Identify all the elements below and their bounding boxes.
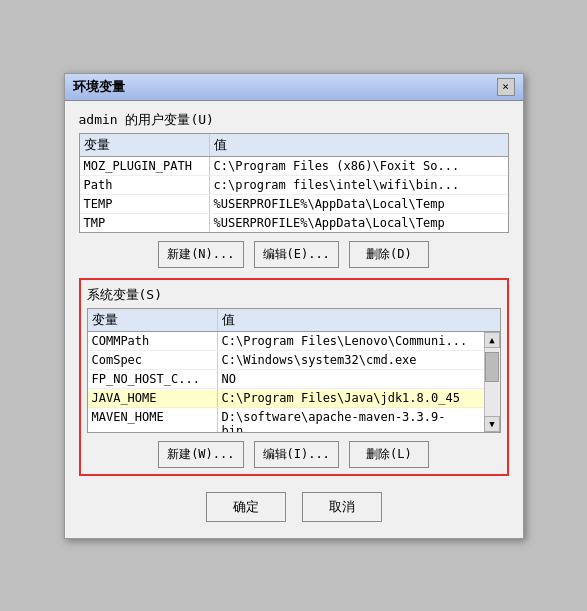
- user-table-body: MOZ_PLUGIN_PATH C:\Program Files (x86)\F…: [80, 157, 508, 232]
- row-var: FP_NO_HOST_C...: [88, 370, 218, 388]
- row-val: C:\Program Files\Lenovo\Communi...: [218, 332, 484, 350]
- table-row[interactable]: JAVA_HOME C:\Program Files\Java\jdk1.8.0…: [88, 389, 484, 408]
- user-edit-button[interactable]: 编辑(E)...: [254, 241, 339, 268]
- system-variables-table: 变量 值 COMMPath C:\Program Files\Lenovo\Co…: [87, 308, 501, 433]
- row-val: c:\program files\intel\wifi\bin...: [210, 176, 508, 194]
- table-row[interactable]: MOZ_PLUGIN_PATH C:\Program Files (x86)\F…: [80, 157, 508, 176]
- user-buttons-row: 新建(N)... 编辑(E)... 删除(D): [79, 241, 509, 268]
- dialog-title: 环境变量: [73, 78, 125, 96]
- row-var: ComSpec: [88, 351, 218, 369]
- footer-buttons-row: 确定 取消: [79, 484, 509, 528]
- ok-button[interactable]: 确定: [206, 492, 286, 522]
- table-row[interactable]: Path c:\program files\intel\wifi\bin...: [80, 176, 508, 195]
- environment-variables-dialog: 环境变量 × admin 的用户变量(U) 变量 值 MOZ_PLUGIN_PA…: [64, 73, 524, 539]
- table-row[interactable]: TMP %USERPROFILE%\AppData\Local\Temp: [80, 214, 508, 232]
- row-val: C:\Program Files (x86)\Foxit So...: [210, 157, 508, 175]
- system-table-body: COMMPath C:\Program Files\Lenovo\Communi…: [88, 332, 500, 432]
- system-new-button[interactable]: 新建(W)...: [158, 441, 243, 468]
- row-val: C:\Windows\system32\cmd.exe: [218, 351, 484, 369]
- system-section: 系统变量(S) 变量 值 COMMPath C:\Program Files\L…: [79, 278, 509, 476]
- table-row[interactable]: ComSpec C:\Windows\system32\cmd.exe: [88, 351, 484, 370]
- cancel-button[interactable]: 取消: [302, 492, 382, 522]
- user-variables-table: 变量 值 MOZ_PLUGIN_PATH C:\Program Files (x…: [79, 133, 509, 233]
- row-var: MAVEN_HOME: [88, 408, 218, 432]
- row-var: TEMP: [80, 195, 210, 213]
- system-table-inner: COMMPath C:\Program Files\Lenovo\Communi…: [88, 332, 484, 432]
- system-header-val: 值: [218, 309, 500, 331]
- table-row[interactable]: MAVEN_HOME D:\software\apache-maven-3.3.…: [88, 408, 484, 432]
- row-var: Path: [80, 176, 210, 194]
- close-button[interactable]: ×: [497, 78, 515, 96]
- table-row[interactable]: FP_NO_HOST_C... NO: [88, 370, 484, 389]
- dialog-body: admin 的用户变量(U) 变量 值 MOZ_PLUGIN_PATH C:\P…: [65, 101, 523, 538]
- user-new-button[interactable]: 新建(N)...: [158, 241, 243, 268]
- row-val: D:\software\apache-maven-3.3.9-bin...: [218, 408, 484, 432]
- row-val: NO: [218, 370, 484, 388]
- row-val: %USERPROFILE%\AppData\Local\Temp: [210, 214, 508, 232]
- scrollbar[interactable]: ▲ ▼: [484, 332, 500, 432]
- row-var: JAVA_HOME: [88, 389, 218, 407]
- table-row[interactable]: TEMP %USERPROFILE%\AppData\Local\Temp: [80, 195, 508, 214]
- scroll-track[interactable]: [485, 348, 499, 416]
- scroll-down-button[interactable]: ▼: [484, 416, 500, 432]
- system-section-label: 系统变量(S): [87, 286, 501, 304]
- title-bar: 环境变量 ×: [65, 74, 523, 101]
- system-delete-button[interactable]: 删除(L): [349, 441, 429, 468]
- system-header-var: 变量: [88, 309, 218, 331]
- user-section-label: admin 的用户变量(U): [79, 111, 509, 129]
- system-edit-button[interactable]: 编辑(I)...: [254, 441, 339, 468]
- row-val: %USERPROFILE%\AppData\Local\Temp: [210, 195, 508, 213]
- scroll-up-button[interactable]: ▲: [484, 332, 500, 348]
- system-buttons-row: 新建(W)... 编辑(I)... 删除(L): [87, 441, 501, 468]
- user-header-var: 变量: [80, 134, 210, 156]
- user-table-header: 变量 值: [80, 134, 508, 157]
- row-var: COMMPath: [88, 332, 218, 350]
- system-table-header: 变量 值: [88, 309, 500, 332]
- scroll-thumb[interactable]: [485, 352, 499, 382]
- user-delete-button[interactable]: 删除(D): [349, 241, 429, 268]
- row-var: MOZ_PLUGIN_PATH: [80, 157, 210, 175]
- row-val: C:\Program Files\Java\jdk1.8.0_45: [218, 389, 484, 407]
- user-header-val: 值: [210, 134, 508, 156]
- row-var: TMP: [80, 214, 210, 232]
- table-row[interactable]: COMMPath C:\Program Files\Lenovo\Communi…: [88, 332, 484, 351]
